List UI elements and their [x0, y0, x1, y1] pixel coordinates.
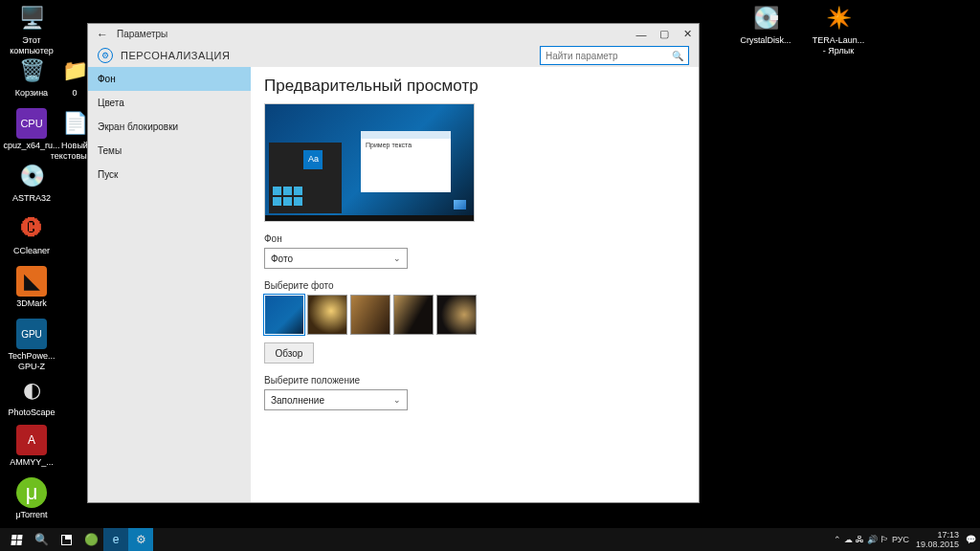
taskbar-date: 19.08.2015 [916, 540, 959, 549]
taskbar-chrome[interactable]: 🟢 [78, 528, 103, 551]
photo-thumb-3[interactable] [350, 295, 390, 335]
desktop[interactable]: 🖥️Этот компьютер 🗑️Корзина CPUcpuz_x64_r… [0, 0, 980, 551]
background-type-value: Фото [271, 253, 293, 264]
preview-thumbnail: Пример текста [264, 103, 475, 222]
task-view-button[interactable] [54, 528, 78, 551]
tray-language[interactable]: РУС [892, 535, 909, 544]
settings-content: Предварительный просмотр Пример текста Ф… [251, 67, 699, 502]
taskbar-time: 17:13 [916, 530, 959, 540]
desktop-icon-photoscape[interactable]: ◐PhotoScape [3, 375, 60, 418]
action-center-icon[interactable]: 💬 [966, 535, 976, 544]
chevron-down-icon: ⌄ [393, 253, 401, 263]
taskbar-edge[interactable]: e [103, 528, 128, 551]
chevron-down-icon: ⌄ [393, 395, 401, 405]
start-button[interactable] [4, 528, 29, 551]
photo-thumb-4[interactable] [393, 295, 434, 335]
settings-search-input[interactable] [546, 51, 672, 61]
taskbar-clock[interactable]: 17:13 19.08.2015 [916, 530, 959, 549]
tray-flag-icon[interactable]: 🏳 [880, 535, 889, 544]
section-header: ⚙ ПЕРСОНАЛИЗАЦИЯ 🔍 [88, 44, 699, 67]
fit-dropdown[interactable]: Заполнение ⌄ [264, 389, 408, 410]
tray-onedrive-icon[interactable]: ☁ [844, 535, 853, 544]
search-button[interactable]: 🔍 [29, 528, 54, 551]
desktop-icon-ammyy[interactable]: AAMMYY_... [3, 425, 60, 468]
desktop-icon-this-pc[interactable]: 🖥️Этот компьютер [3, 3, 60, 56]
tray-volume-icon[interactable]: 🔊 [867, 535, 878, 544]
tray-network-icon[interactable]: 🖧 [856, 535, 864, 544]
background-label: Фон [264, 233, 685, 244]
maximize-button[interactable]: ▢ [653, 24, 676, 44]
desktop-icon-astra32[interactable]: 💿ASTRA32 [3, 161, 60, 204]
desktop-icon-tera[interactable]: ✴️TERA-Laun... - Ярлык [810, 3, 867, 56]
photo-thumb-2[interactable] [307, 295, 347, 335]
photo-thumb-5[interactable] [436, 295, 477, 335]
taskbar-settings[interactable]: ⚙ [128, 528, 153, 551]
sidebar-item-lockscreen[interactable]: Экран блокировки [88, 115, 251, 139]
sidebar-item-start[interactable]: Пуск [88, 163, 251, 187]
settings-window: ← Параметры — ▢ ✕ ⚙ ПЕРСОНАЛИЗАЦИЯ 🔍 Фон… [87, 23, 700, 503]
gear-icon: ⚙ [98, 48, 113, 63]
close-button[interactable]: ✕ [676, 24, 699, 44]
preview-heading: Предварительный просмотр [264, 77, 685, 96]
window-title: Параметры [117, 29, 167, 39]
desktop-icon-utorrent[interactable]: μμTorrent [3, 477, 60, 520]
choose-photo-label: Выберите фото [264, 280, 685, 291]
minimize-button[interactable]: — [630, 24, 653, 44]
fit-value: Заполнение [271, 395, 324, 406]
section-title: ПЕРСОНАЛИЗАЦИЯ [121, 50, 230, 61]
search-icon: 🔍 [672, 51, 683, 61]
fit-label: Выберите положение [264, 375, 685, 386]
settings-sidebar: Фон Цвета Экран блокировки Темы Пуск [88, 67, 251, 502]
back-button[interactable]: ← [94, 28, 111, 41]
sidebar-item-background[interactable]: Фон [88, 67, 251, 91]
preview-sample-text: Пример текста [361, 139, 451, 151]
taskbar: 🔍 🟢 e ⚙ ⌃ ☁ 🖧 🔊 🏳 РУС 17:13 19.08.2015 💬 [0, 528, 980, 551]
sidebar-item-colors[interactable]: Цвета [88, 91, 251, 115]
desktop-icon-crystaldisk[interactable]: 💽CrystalDisk... [737, 3, 794, 46]
titlebar[interactable]: ← Параметры — ▢ ✕ [88, 24, 699, 44]
desktop-icon-ccleaner[interactable]: 🅒CCleaner [3, 213, 60, 256]
desktop-icon-gpuz[interactable]: GPUTechPowe... GPU-Z [3, 319, 60, 372]
system-tray[interactable]: ⌃ ☁ 🖧 🔊 🏳 РУС 17:13 19.08.2015 💬 [834, 530, 976, 549]
background-type-dropdown[interactable]: Фото ⌄ [264, 248, 408, 269]
sidebar-item-themes[interactable]: Темы [88, 139, 251, 163]
browse-button[interactable]: Обзор [264, 342, 314, 364]
settings-search[interactable]: 🔍 [540, 46, 689, 65]
tray-show-hidden-icon[interactable]: ⌃ [834, 535, 841, 544]
photo-thumbnails [264, 295, 685, 335]
photo-thumb-1[interactable] [264, 295, 304, 335]
desktop-icon-3dmark[interactable]: ◣3DMark [3, 266, 60, 309]
